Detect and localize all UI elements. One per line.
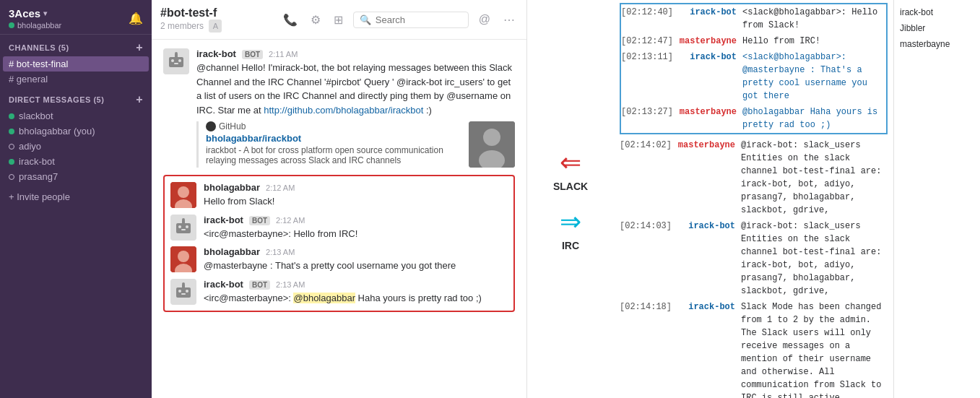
away-indicator xyxy=(9,174,14,180)
user-list-panel: irack-bot Jibbler masterbayne xyxy=(893,0,980,398)
dm-irack-bot[interactable]: irack-bot xyxy=(0,154,152,169)
irc-arrow-group: ⇒ IRC xyxy=(560,207,581,251)
github-icon xyxy=(206,121,216,131)
online-indicator xyxy=(9,129,14,134)
message-text: <irc@masterbayne>: @bholagabbar Haha you… xyxy=(204,291,508,306)
svg-point-16 xyxy=(186,225,188,228)
add-channel-button[interactable]: + xyxy=(136,42,143,53)
slack-arrow-icon: ⇐ xyxy=(560,147,581,178)
chevron-down-icon: ▾ xyxy=(43,9,47,17)
svg-rect-24 xyxy=(176,287,191,298)
message-text: <irc@masterbayne>: Hello from IRC! xyxy=(204,227,508,241)
svg-rect-14 xyxy=(176,223,191,233)
channel-meta: 2 members A xyxy=(160,20,222,33)
header-icons: 📞 ⚙ ⊞ 🔍 @ ⋯ xyxy=(280,12,518,28)
avatar xyxy=(170,279,196,305)
avatar xyxy=(163,48,189,74)
invite-people-button[interactable]: + Invite people xyxy=(0,184,152,209)
add-dm-button[interactable]: + xyxy=(136,94,143,105)
dm-prasang7[interactable]: prasang7 xyxy=(0,169,152,184)
svg-point-29 xyxy=(182,282,185,285)
user-list-item: masterbayne xyxy=(900,38,974,51)
svg-point-19 xyxy=(182,218,185,221)
message-header: irack-bot BOT 2:11 AM xyxy=(196,48,515,59)
dm-section-header: DIRECT MESSAGES (5) + xyxy=(0,87,152,108)
user-list-item: Jibbler xyxy=(900,22,974,35)
slack-arrow-group: ⇐ SLACK xyxy=(553,147,588,192)
preview-image xyxy=(469,121,515,168)
github-link[interactable]: http://github.com/bholagabbar/irackbot xyxy=(264,105,423,116)
message-irack-bot-1: irack-bot BOT 2:12 AM <irc@masterbayne>:… xyxy=(170,215,508,241)
irc-arrow-icon: ⇒ xyxy=(560,207,581,237)
svg-point-2 xyxy=(171,59,174,62)
message-irack-bot-2: irack-bot BOT 2:13 AM <irc@masterbayne>:… xyxy=(170,279,508,306)
svg-point-3 xyxy=(178,59,181,62)
irc-panel: [02:12:40] irack-bot <slack@bholagabbar>… xyxy=(614,0,893,398)
arrows-panel: ⇐ SLACK ⇒ IRC xyxy=(527,0,614,398)
irc-row: [02:14:03] irack-bot @irack-bot: slack_u… xyxy=(620,218,888,299)
mention-highlight: @bholagabbar xyxy=(293,293,355,303)
message-text: Hello from Slack! xyxy=(204,194,508,209)
message-bholagabbar-1: bholagabbar 2:12 AM Hello from Slack! xyxy=(170,182,508,209)
svg-rect-17 xyxy=(181,229,186,230)
search-input[interactable] xyxy=(376,14,462,25)
irc-messages-list: [02:12:40] irack-bot <slack@bholagabbar>… xyxy=(614,0,893,398)
user-status: bholagabbar xyxy=(9,21,61,30)
avatar xyxy=(170,215,196,241)
search-box[interactable]: 🔍 xyxy=(353,12,469,28)
irc-row: [02:14:18] irack-bot Slack Mode has been… xyxy=(620,299,888,398)
message-text: @masterbayne : That's a pretty cool user… xyxy=(204,259,508,273)
irc-row: [02:14:02] masterbayne @irack-bot: slack… xyxy=(620,137,888,218)
workspace-name[interactable]: 3Aces ▾ xyxy=(9,7,61,20)
dm-slackbot[interactable]: slackbot xyxy=(0,108,152,124)
preview-title[interactable]: bholagabbar/irackbot xyxy=(206,133,461,144)
svg-point-8 xyxy=(483,129,500,146)
svg-point-15 xyxy=(178,225,181,228)
dm-bholagabbar[interactable]: bholagabbar (you) xyxy=(0,124,152,139)
sidebar-item-general[interactable]: # general xyxy=(0,72,152,87)
message-body: irack-bot BOT 2:11 AM @channel Hello! I'… xyxy=(196,48,515,168)
irc-row: [02:13:27] masterbayne @bholagabbar Haha… xyxy=(621,104,886,133)
slack-label: SLACK xyxy=(553,181,588,192)
dm-adiyo[interactable]: adiyo xyxy=(0,139,152,154)
svg-rect-27 xyxy=(181,293,186,295)
status-indicator xyxy=(9,22,14,28)
preview-desc: irackbot - A bot for cross platform open… xyxy=(206,145,461,165)
message-body: bholagabbar 2:12 AM Hello from Slack! xyxy=(204,182,508,209)
bell-icon[interactable]: 🔔 xyxy=(129,12,143,25)
svg-rect-4 xyxy=(174,63,178,64)
message-irack-bot-intro: irack-bot BOT 2:11 AM @channel Hello! I'… xyxy=(163,48,515,168)
link-preview: GitHub bholagabbar/irackbot irackbot - A… xyxy=(196,121,515,168)
sidebar-header: 3Aces ▾ bholagabbar 🔔 xyxy=(0,0,152,35)
chat-messages: irack-bot BOT 2:11 AM @channel Hello! I'… xyxy=(152,40,526,398)
main-chat-panel: #bot-test-f 2 members A 📞 ⚙ ⊞ 🔍 @ ⋯ xyxy=(152,0,527,398)
message-body: irack-bot BOT 2:13 AM <irc@masterbayne>:… xyxy=(204,279,508,306)
layout-icon[interactable]: ⊞ xyxy=(331,12,346,28)
channels-section-header: CHANNELS (5) + xyxy=(0,35,152,56)
user-list-item: irack-bot xyxy=(900,6,974,19)
message-text: @channel Hello! I'mirack-bot, the bot re… xyxy=(196,61,515,117)
svg-point-21 xyxy=(178,251,189,262)
irc-row: [02:13:11] irack-bot <slack@bholagabbar>… xyxy=(621,49,886,104)
chat-header: #bot-test-f 2 members A 📞 ⚙ ⊞ 🔍 @ ⋯ xyxy=(152,0,526,40)
channel-title: #bot-test-f xyxy=(160,7,222,20)
phone-icon[interactable]: 📞 xyxy=(280,12,300,28)
message-header: bholagabbar 2:13 AM xyxy=(204,246,508,257)
online-indicator xyxy=(9,113,14,119)
sidebar-item-bot-test-final[interactable]: # bot-test-final xyxy=(3,56,149,72)
more-icon[interactable]: ⋯ xyxy=(500,12,518,28)
online-indicator xyxy=(9,159,14,165)
message-body: bholagabbar 2:13 AM @masterbayne : That'… xyxy=(204,246,508,273)
svg-point-6 xyxy=(175,52,178,55)
svg-point-11 xyxy=(178,186,189,198)
svg-rect-1 xyxy=(169,57,183,67)
username-label: bholagabbar xyxy=(17,21,61,30)
avatar xyxy=(170,182,196,208)
settings-icon[interactable]: ⚙ xyxy=(308,12,324,28)
irc-label: IRC xyxy=(562,240,579,251)
avatar xyxy=(170,246,196,272)
member-avatar-a: A xyxy=(209,20,222,33)
message-bholagabbar-2: bholagabbar 2:13 AM @masterbayne : That'… xyxy=(170,246,508,273)
at-icon[interactable]: @ xyxy=(476,12,493,27)
message-header: irack-bot BOT 2:12 AM xyxy=(204,215,508,225)
